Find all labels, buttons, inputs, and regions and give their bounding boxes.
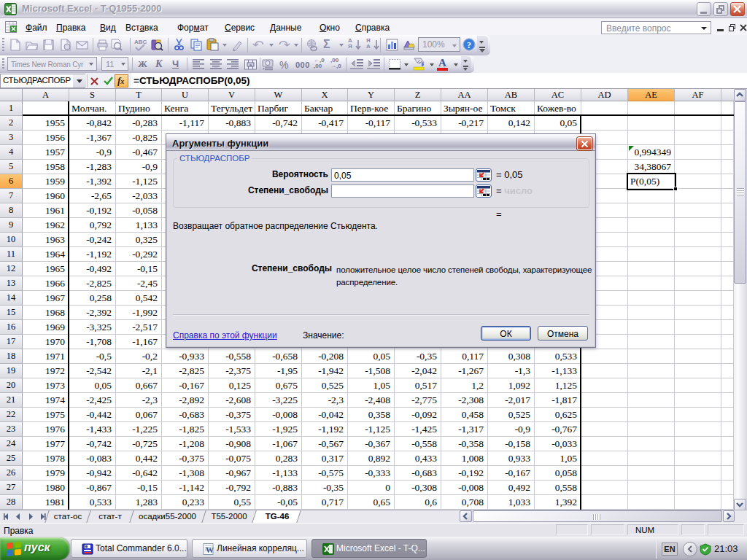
svg-text:?: ?	[467, 40, 471, 50]
svg-text:W: W	[206, 545, 214, 554]
